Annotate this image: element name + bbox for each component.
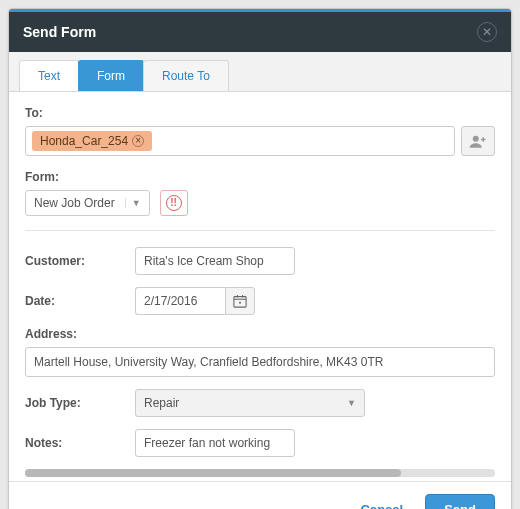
svg-point-5 xyxy=(239,302,241,304)
calendar-icon xyxy=(233,294,247,308)
tab-route-to[interactable]: Route To xyxy=(143,60,229,91)
to-input[interactable]: Honda_Car_254 × xyxy=(25,126,455,156)
jobtype-label: Job Type: xyxy=(25,396,135,410)
jobtype-value: Repair xyxy=(144,396,179,410)
date-row: Date: xyxy=(25,287,495,315)
to-row: Honda_Car_254 × xyxy=(25,126,495,156)
chip-remove-icon[interactable]: × xyxy=(132,135,144,147)
date-picker-button[interactable] xyxy=(225,287,255,315)
tab-bar: Text Form Route To xyxy=(9,52,511,92)
notes-input[interactable] xyxy=(135,429,295,457)
notes-label: Notes: xyxy=(25,436,135,450)
recipient-chip[interactable]: Honda_Car_254 × xyxy=(32,131,152,151)
scrollbar-thumb[interactable] xyxy=(25,469,401,477)
date-input[interactable] xyxy=(135,287,225,315)
send-form-modal: Send Form ✕ Text Form Route To To: Honda… xyxy=(8,8,512,509)
chevron-down-icon: ▼ xyxy=(347,398,356,408)
horizontal-scrollbar[interactable] xyxy=(25,469,495,477)
modal-body: To: Honda_Car_254 × Form: New Job Order xyxy=(9,92,511,481)
priority-button[interactable]: !! xyxy=(160,190,188,216)
alert-icon: !! xyxy=(166,195,182,211)
add-recipient-button[interactable] xyxy=(461,126,495,156)
form-label: Form: xyxy=(25,170,495,184)
close-button[interactable]: ✕ xyxy=(477,22,497,42)
tab-text[interactable]: Text xyxy=(19,60,79,91)
recipient-chip-label: Honda_Car_254 xyxy=(40,134,128,148)
add-user-icon xyxy=(469,134,487,148)
customer-label: Customer: xyxy=(25,254,135,268)
close-icon: ✕ xyxy=(482,25,492,39)
chevron-down-icon: ▼ xyxy=(125,198,141,208)
address-input[interactable] xyxy=(25,347,495,377)
modal-footer: Cancel Send xyxy=(9,481,511,509)
jobtype-select[interactable]: Repair ▼ xyxy=(135,389,365,417)
tab-form[interactable]: Form xyxy=(78,60,144,91)
customer-row: Customer: xyxy=(25,247,495,275)
svg-point-0 xyxy=(473,136,479,142)
jobtype-row: Job Type: Repair ▼ xyxy=(25,389,495,417)
modal-title: Send Form xyxy=(23,24,96,40)
address-block: Address: xyxy=(25,327,495,377)
form-select-value: New Job Order xyxy=(34,196,115,210)
cancel-button[interactable]: Cancel xyxy=(353,496,412,509)
modal-header: Send Form ✕ xyxy=(9,12,511,52)
divider xyxy=(25,230,495,231)
date-field xyxy=(135,287,255,315)
to-label: To: xyxy=(25,106,495,120)
notes-row: Notes: xyxy=(25,429,495,457)
form-row: New Job Order ▼ !! xyxy=(25,190,495,216)
form-select[interactable]: New Job Order ▼ xyxy=(25,190,150,216)
date-label: Date: xyxy=(25,294,135,308)
customer-input[interactable] xyxy=(135,247,295,275)
address-label: Address: xyxy=(25,327,495,341)
send-button[interactable]: Send xyxy=(425,494,495,509)
